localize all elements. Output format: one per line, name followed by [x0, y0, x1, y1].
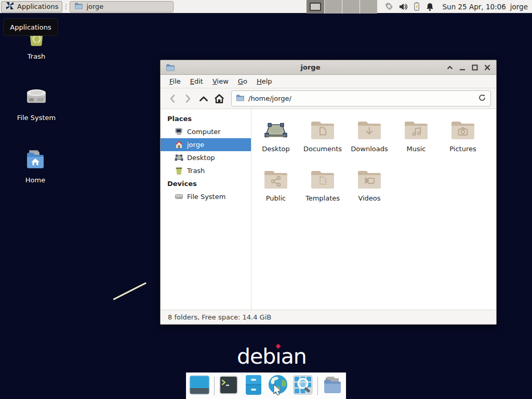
file-manager-launcher-button[interactable] [243, 376, 263, 396]
home-icon [175, 140, 183, 149]
taskbar-window-label: jorge [86, 3, 103, 10]
terminal-launcher-button[interactable] [219, 376, 239, 396]
file-tile-documents[interactable]: Documents [299, 117, 346, 167]
maximize-button[interactable] [471, 63, 478, 71]
path-entry[interactable]: /home/jorge/ [231, 90, 491, 107]
desktop-icon-label: File System [13, 114, 60, 122]
up-button[interactable] [197, 92, 210, 105]
file-name: Documents [303, 145, 342, 153]
globe-browser-icon [267, 374, 289, 397]
file-manager-window: jorge File Edit View Go Help [160, 60, 497, 325]
statusbar: 8 folders, Free space: 14.4 GiB [161, 310, 496, 324]
file-tile-desktop[interactable]: Desktop [252, 117, 299, 167]
drive-icon [175, 192, 183, 201]
file-tile-templates[interactable]: Templates [299, 167, 346, 216]
app-finder-icon [292, 375, 313, 397]
file-name: Music [407, 145, 426, 153]
toolbar: /home/jorge/ [161, 88, 496, 109]
forward-button[interactable] [181, 92, 195, 105]
workspace-3[interactable] [342, 0, 360, 14]
menubar: File Edit View Go Help [161, 75, 496, 88]
file-name: Pictures [449, 145, 476, 153]
web-browser-launcher-button[interactable] [268, 376, 288, 396]
pictures-folder-icon [450, 120, 475, 141]
window-titlebar[interactable]: jorge [161, 60, 496, 75]
notifications-bell-icon[interactable] [425, 2, 434, 11]
templates-folder-icon [310, 169, 335, 190]
sidebar: Places Computer [161, 109, 251, 310]
applications-tooltip: Applications [3, 18, 58, 36]
file-tile-videos[interactable]: Videos [346, 167, 393, 216]
menu-view[interactable]: View [208, 76, 233, 87]
desktop-folder-icon [263, 120, 288, 141]
hard-drive-icon [24, 85, 49, 110]
show-desktop-button[interactable] [189, 376, 210, 396]
file-name: Videos [358, 194, 380, 202]
file-tile-downloads[interactable]: Downloads [346, 117, 393, 167]
desktop-stray-line [113, 282, 147, 300]
battery-icon[interactable] [413, 2, 421, 11]
menu-edit[interactable]: Edit [185, 76, 208, 87]
desktop-icon [175, 153, 183, 162]
back-button[interactable] [166, 92, 179, 105]
applications-menu-button[interactable]: Applications [1, 1, 62, 12]
workspace-1[interactable] [307, 0, 324, 14]
minimize-button[interactable] [458, 63, 466, 71]
terminal-icon [219, 375, 238, 396]
applications-xfce-icon [5, 1, 15, 12]
computer-icon [175, 127, 183, 136]
taskbar-window-button[interactable]: jorge [70, 1, 174, 12]
dock-separator [317, 377, 318, 395]
home-button[interactable] [212, 92, 226, 105]
menu-help[interactable]: Help [252, 76, 277, 87]
desktop-icon-file-system[interactable]: File System [13, 85, 60, 122]
show-desktop-icon [189, 375, 210, 396]
panel-handle[interactable] [63, 2, 68, 11]
file-grid: Desktop Documents [251, 109, 496, 310]
file-tile-pictures[interactable]: Pictures [440, 117, 486, 167]
desktop-icon-home[interactable]: Home [12, 147, 59, 184]
window-folder-icon [166, 63, 175, 71]
workspace-window-thumb [310, 3, 321, 11]
file-cabinet-icon [245, 375, 262, 397]
bottom-dock [186, 373, 346, 399]
sidebar-item-computer[interactable]: Computer [161, 125, 251, 138]
file-tile-music[interactable]: Music [393, 117, 440, 167]
sidebar-item-label: jorge [187, 141, 204, 149]
file-name: Downloads [351, 145, 388, 153]
workspace-2[interactable] [324, 0, 342, 14]
reload-icon[interactable] [478, 94, 486, 103]
window-title: jorge [175, 63, 446, 71]
desktop-icon-label: Home [12, 176, 59, 184]
panel-username[interactable]: jorge [510, 3, 528, 11]
close-button[interactable] [483, 63, 491, 71]
removable-media-icon[interactable] [383, 2, 394, 11]
volume-icon[interactable] [398, 2, 408, 11]
videos-folder-icon [357, 169, 382, 190]
app-finder-launcher-button[interactable] [292, 376, 313, 396]
sidebar-item-trash[interactable]: Trash [161, 164, 251, 177]
sidebar-item-file-system[interactable]: File System [161, 190, 251, 203]
file-name: Templates [305, 194, 340, 202]
dock-separator [214, 377, 215, 395]
documents-folder-icon [310, 120, 335, 141]
shade-button[interactable] [446, 63, 454, 71]
file-name: Desktop [262, 145, 290, 153]
downloads-folder-icon [357, 120, 382, 141]
menu-go[interactable]: Go [233, 76, 252, 87]
sidebar-item-desktop[interactable]: Desktop [161, 151, 251, 164]
applications-menu-label: Applications [17, 3, 58, 10]
sidebar-header-places: Places [161, 112, 251, 125]
directory-menu-button[interactable] [322, 376, 343, 396]
sidebar-item-label: File System [187, 193, 225, 201]
path-folder-icon [236, 94, 245, 103]
sidebar-item-jorge[interactable]: jorge [161, 138, 251, 151]
directory-folder-icon [322, 375, 343, 397]
path-text[interactable]: /home/jorge/ [248, 95, 474, 102]
file-name: Public [266, 194, 286, 202]
panel-clock[interactable]: Sun 25 Apr, 10:06 [443, 3, 506, 11]
menu-file[interactable]: File [165, 76, 185, 87]
music-folder-icon [404, 120, 429, 141]
file-tile-public[interactable]: Public [252, 167, 299, 216]
workspace-4[interactable] [360, 0, 377, 14]
